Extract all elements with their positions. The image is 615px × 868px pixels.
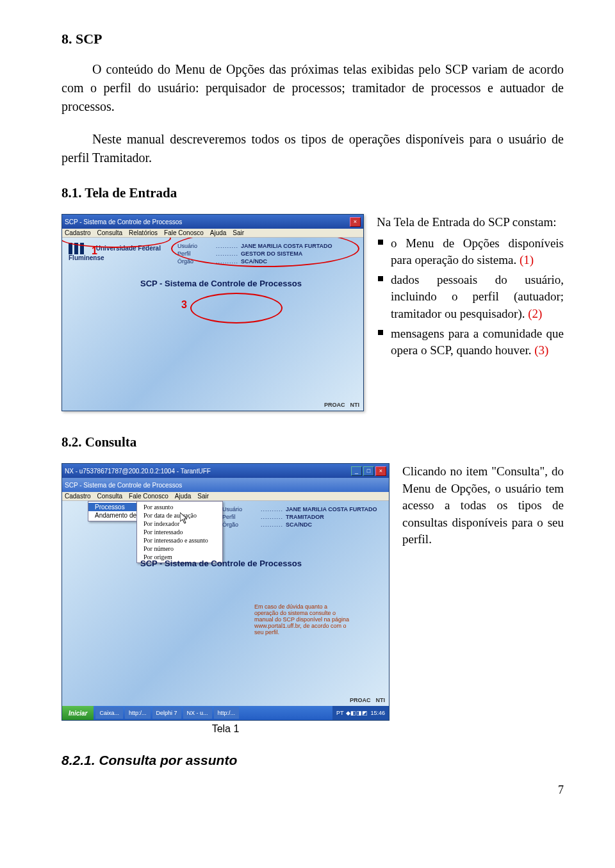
maximize-icon[interactable]: □ <box>363 466 374 476</box>
val-orgao-2: SCA/NDC <box>286 521 312 528</box>
bullet-3: mensagens para a comunidade que opera o … <box>377 325 564 359</box>
menu-cadastro[interactable]: Cadastro <box>65 229 91 236</box>
bullet-3-tag: (3) <box>534 343 548 357</box>
bullet-1-tag: (1) <box>520 253 534 266</box>
nx-window: NX - u75378671787@200.20.0.2:1004 - Tara… <box>62 463 390 721</box>
menu-ajuda-2[interactable]: Ajuda <box>175 493 192 500</box>
menu-sair[interactable]: Sair <box>233 229 244 236</box>
heading-8-1: 8.1. Tela de Entrada <box>62 185 564 201</box>
tray-icons: ◆◧◨◩ <box>346 710 368 716</box>
proac-logo-text: PROAC <box>324 402 345 408</box>
nx-window-title: NX - u75378671787@200.20.0.2:1004 - Tara… <box>65 468 211 475</box>
window-title: SCP - Sistema de Controle de Processos <box>65 218 182 225</box>
entrada-description-block: Na Tela de Entrada do SCP constam: o Men… <box>377 214 564 362</box>
bullet-1-text: o Menu de Opções disponíveis para operaç… <box>391 236 564 267</box>
annotation-label-3: 3 <box>181 299 187 311</box>
footer-logos-2: PROAC NTI <box>350 697 385 703</box>
scp-window-entrada: SCP - Sistema de Controle de Processos ×… <box>62 214 364 411</box>
user-info-box-2: Usuário..........JANE MARILIA COSTA FURT… <box>222 506 382 529</box>
help-message-box: Em caso de dúvida quanto a operação do s… <box>254 603 350 635</box>
system-tray[interactable]: PT ◆◧◨◩ 15:46 <box>332 706 389 720</box>
scp-heading-2: SCP - Sistema de Controle de Processos <box>140 559 302 568</box>
client-area-2: Processos Andamento de Processos Por ass… <box>62 501 389 706</box>
taskbar-btn-2[interactable]: http:/... <box>125 707 151 719</box>
scp-inner-titlebar: SCP - Sistema de Controle de Processos <box>62 478 389 492</box>
menu-fale-conosco[interactable]: Fale Conosco <box>164 229 204 236</box>
tray-lang: PT <box>336 710 344 716</box>
consulta-description: Clicando no item "Consulta", do Menu de … <box>402 463 564 552</box>
sub-por-interessado[interactable]: Por interessado <box>137 528 222 536</box>
close-icon[interactable]: × <box>375 466 386 476</box>
bullet-2-tag: (2) <box>528 307 542 320</box>
sub-por-interessado-assunto[interactable]: Por interessado e assunto <box>137 536 222 545</box>
consulta-figure: NX - u75378671787@200.20.0.2:1004 - Tara… <box>62 463 390 735</box>
nti-logo-text-2: NTI <box>376 697 386 703</box>
lbl-perfil-2: Perfil <box>222 514 258 520</box>
cursor-icon <box>180 512 189 524</box>
taskbar[interactable]: Iniciar Caixa... http:/... Delphi 7 NX -… <box>62 706 389 720</box>
close-icon[interactable]: × <box>350 217 361 227</box>
taskbar-btn-4[interactable]: NX - u... <box>183 707 212 719</box>
bullet-1: o Menu de Opções disponíveis para operaç… <box>377 235 564 269</box>
annotation-ellipse-3 <box>190 293 283 323</box>
window-control-icons: × <box>350 217 361 227</box>
tray-time: 15:46 <box>370 710 385 716</box>
menubar-2[interactable]: Cadastro Consulta Fale Conosco Ajuda Sai… <box>62 492 389 501</box>
taskbar-btn-3[interactable]: Delphi 7 <box>152 707 181 719</box>
svg-marker-0 <box>180 512 187 523</box>
intro-paragraph-2: Neste manual descreveremos todos os tipo… <box>62 130 564 167</box>
nx-window-controls: _ □ × <box>351 466 386 476</box>
nx-titlebar: NX - u75378671787@200.20.0.2:1004 - Tara… <box>62 464 389 478</box>
tela-1-caption: Tela 1 <box>62 723 390 735</box>
sub-por-numero[interactable]: Por número <box>137 545 222 553</box>
minimize-icon[interactable]: _ <box>351 466 362 476</box>
entrada-bullets: o Menu de Opções disponíveis para operaç… <box>377 235 564 359</box>
intro-paragraph-1: O conteúdo do Menu de Opções das próxima… <box>62 60 564 116</box>
menu-cadastro-2[interactable]: Cadastro <box>65 493 91 500</box>
lbl-orgao-2: Órgão <box>222 521 258 528</box>
val-usuario-2: JANE MARILIA COSTA FURTADO <box>286 506 377 512</box>
client-area: Universidade Federal Fluminense Usuário.… <box>62 238 363 411</box>
menu-fale-conosco-2[interactable]: Fale Conosco <box>129 493 168 500</box>
tela-entrada-row: SCP - Sistema de Controle de Processos ×… <box>62 214 564 411</box>
heading-8-2: 8.2. Consulta <box>62 434 564 450</box>
proac-logo-text-2: PROAC <box>350 697 371 703</box>
scp-heading: SCP - Sistema de Controle de Processos <box>140 279 302 288</box>
titlebar: SCP - Sistema de Controle de Processos × <box>62 215 363 229</box>
val-perfil-2: TRAMITADOR <box>286 514 324 520</box>
nti-logo-text: NTI <box>350 402 360 408</box>
menu-consulta[interactable]: Consulta <box>97 229 122 236</box>
consulta-paragraph: Clicando no item "Consulta", do Menu de … <box>402 463 564 548</box>
annotation-label-1: 1 <box>92 245 97 257</box>
menu-relatorios[interactable]: Relatórios <box>129 229 158 236</box>
menu-sair-2[interactable]: Sair <box>197 493 209 500</box>
processos-submenu[interactable]: Por assunto Por data de autuação Por ind… <box>136 501 223 563</box>
heading-8-scp: 8. SCP <box>62 31 564 47</box>
page-number: 7 <box>62 783 564 797</box>
consulta-row: NX - u75378671787@200.20.0.2:1004 - Tara… <box>62 463 564 735</box>
menu-consulta-2[interactable]: Consulta <box>97 493 122 500</box>
lbl-usuario-2: Usuário <box>222 506 258 512</box>
menubar[interactable]: Cadastro Consulta Relatórios Fale Conosc… <box>62 229 363 238</box>
start-button[interactable]: Iniciar <box>62 706 94 720</box>
scp-inner-title: SCP - Sistema de Controle de Processos <box>65 482 182 489</box>
taskbar-btn-5[interactable]: http:/... <box>214 707 240 719</box>
footer-logos: PROAC NTI <box>324 402 359 408</box>
menu-ajuda[interactable]: Ajuda <box>210 229 227 236</box>
entrada-lead: Na Tela de Entrada do SCP constam: <box>377 214 564 231</box>
sub-por-assunto[interactable]: Por assunto <box>137 503 222 511</box>
heading-8-2-1: 8.2.1. Consulta por assunto <box>62 753 564 768</box>
taskbar-btn-1[interactable]: Caixa... <box>95 707 123 719</box>
bullet-2: dados pessoais do usuário, incluindo o p… <box>377 272 564 323</box>
